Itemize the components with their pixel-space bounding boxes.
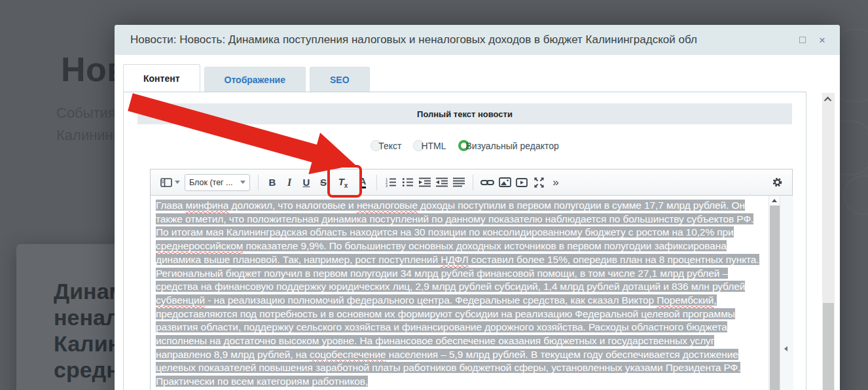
indent-button[interactable] [416,173,433,192]
link-icon [480,179,494,186]
strikethrough-button[interactable]: S [315,173,332,192]
editor-selected-text: Глава минфина доложил, что налоговые и н… [151,196,769,389]
dialog-tabs: КонтентОтображениеSEO [123,64,374,92]
editor-text-area[interactable]: Глава минфина доложил, что налоговые и н… [151,196,769,390]
block-tag-select[interactable]: Блок (тег ... [185,174,250,191]
editor-mode-visual[interactable]: Визуальный редактор [458,140,559,151]
tab-display[interactable]: Отображение [204,67,306,92]
video-icon [516,178,528,187]
editor-toolbar: Блок (тег ... B I U S Tx A 123 [151,169,792,196]
dialog-title: Новости: Новость: Динамика поступления н… [130,33,790,46]
outdent-icon [435,177,448,187]
italic-button[interactable]: I [281,173,298,192]
editor-paragraph: По итогам мая Калининградская область на… [156,226,767,388]
taskbar-collapse-strip[interactable] [780,196,793,390]
editor-mode-label: Текст [378,141,401,151]
tab-seo[interactable]: SEO [310,67,370,92]
toolbar-separator [258,175,259,190]
more-tools-button[interactable]: » [547,173,564,192]
editor-mode-switch: ТекстHTMLВизуальный редактор [124,140,806,151]
fullscreen-button[interactable] [530,173,547,192]
chevron-down-icon [240,181,245,184]
justify-button[interactable] [450,173,467,192]
dialog-titlebar: Новости: Новость: Динамика поступления н… [115,25,840,55]
tab-content[interactable]: Контент [123,64,200,92]
maximize-icon [799,37,806,43]
section-header: Полный текст новости [137,103,792,124]
dialog-scroll-up[interactable] [822,94,835,105]
underline-button[interactable]: U [298,173,315,192]
outdent-button[interactable] [433,173,450,192]
ordered-list-icon: 123 [385,177,397,187]
dialog-scrollbar[interactable] [822,93,835,390]
editor-mode-html[interactable]: HTML [413,140,446,151]
arrow-up-icon [772,199,777,202]
block-tag-select-value: Блок (тег ... [189,178,233,187]
bold-button[interactable]: B [264,173,281,192]
ordered-list-button[interactable]: 123 [382,173,399,192]
visual-editor: Блок (тег ... B I U S Tx A 123 [150,169,793,390]
chevron-up-icon [823,97,831,104]
close-icon: × [819,35,825,46]
editor-mode-label: HTML [421,141,446,151]
unordered-list-icon [402,177,414,187]
tab-content-panel: Полный текст новости ТекстHTMLВизуальный… [123,92,806,390]
toolbar-separator [376,175,377,190]
editor-settings-button[interactable] [769,173,786,192]
settings-gear-icon [772,177,783,188]
justify-icon [452,177,465,187]
close-button[interactable]: × [815,33,829,47]
unordered-list-button[interactable] [399,173,416,192]
insert-link-button[interactable] [479,173,496,192]
editor-paragraph: Глава минфина доложил, что налоговые и н… [156,199,767,226]
indent-icon [418,177,431,187]
fullscreen-icon [533,177,545,188]
screen: Новос События, новост Калининградско Дин… [0,0,868,390]
svg-text:3: 3 [386,184,388,187]
editor-mode-text[interactable]: Текст [371,140,401,151]
taskbar-layout-icon [160,178,172,187]
dialog-scrollbar-thumb[interactable] [823,303,834,390]
toolbar-separator [473,175,473,190]
edit-news-dialog: Новости: Новость: Динамика поступления н… [115,25,840,390]
insert-video-button[interactable] [513,173,530,192]
collapse-left-icon [784,346,787,351]
editor-mode-label: Визуальный редактор [466,141,559,151]
font-color-button[interactable]: A [354,173,371,192]
clear-format-button[interactable]: Tx [332,173,354,192]
insert-image-button[interactable] [496,173,513,192]
editor-scrollbar[interactable] [769,196,780,390]
clear-format-icon: Tx [338,176,348,189]
scroll-up-arrow[interactable] [769,196,780,205]
image-icon [499,177,511,187]
taskbar-layout-button[interactable] [158,173,182,192]
editor-scrollbar-thumb[interactable] [770,205,780,390]
maximize-button[interactable] [795,33,810,47]
chevron-down-icon [175,181,180,184]
